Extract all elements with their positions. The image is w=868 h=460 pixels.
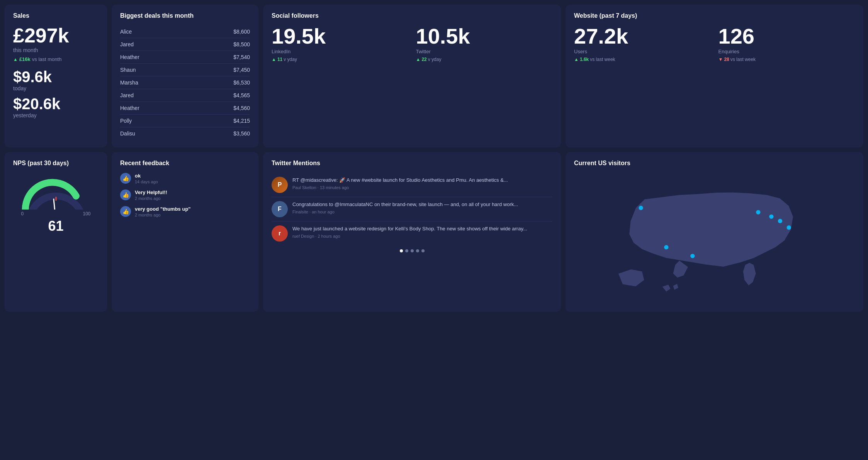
feedback-content: very good "thumbs up" 2 months ago [135,206,191,217]
website-card: Website (past 7 days) 27.2k Users ▲ 1.6k… [566,5,863,147]
users-change-val: 1.6k [580,57,589,62]
tweet-body: We have just launched a website redesign… [292,225,552,242]
feedback-item: 👍 very good "thumbs up" 2 months ago [120,206,250,217]
feedback-thumbs-icon: 👍 [120,206,131,217]
deals-row: Shaun$7,450 [120,64,250,76]
website-enquiries-change: ▼ 28 vs last week [719,57,855,62]
visitor-dot [690,254,695,258]
tweet-item: P RT @midascreative: 🚀 A new #website la… [272,173,552,197]
tweet-avatar: r [272,225,288,242]
map-card: Current US visitors [566,152,863,312]
social-title: Social followers [272,12,552,19]
svg-line-0 [54,199,56,210]
sales-monthly-change: ▲ £16k vs last month [13,56,99,62]
website-enquiries-label: Enquiries [719,49,855,54]
linkedin-change-val: 11 [277,57,282,62]
pagination-dot[interactable] [416,249,419,252]
nps-gauge-svg [21,173,91,210]
sales-card: Sales £297k this month ▲ £16k vs last mo… [5,5,107,147]
tweet-avatar: P [272,177,288,193]
tweet-item: r We have just launched a website redesi… [272,222,552,245]
feedback-text: Very Helpful!! [135,189,167,195]
deals-amount: $4,560 [233,105,250,111]
feedback-card: Recent feedback 👍 ok 14 days ago 👍 Very … [112,152,258,312]
sales-yesterday: $20.6k yesterday [13,96,99,118]
sales-change-label: vs last month [32,56,62,62]
pagination-dot[interactable] [400,249,403,252]
tweet-text: Congratulations to @ImmaculataNC on thei… [292,201,552,208]
pagination-dot[interactable] [405,249,408,252]
visitor-dot [639,206,643,210]
nps-labels: 0 100 [21,211,91,216]
dashboard: Sales £297k this month ▲ £16k vs last mo… [5,5,863,312]
feedback-thumbs-icon: 👍 [120,189,131,200]
tweet-meta: ruef Design · 2 hours ago [292,234,552,238]
deals-amount: $8,500 [233,41,250,47]
feedback-text: very good "thumbs up" [135,206,191,212]
sales-change-amount: £16k [19,56,31,62]
deals-row: Alice$8,600 [120,25,250,38]
nps-card: NPS (past 30 days) 0 100 61 [5,152,107,312]
deals-name: Jared [120,92,134,98]
sales-yesterday-value: $20.6k [13,96,99,112]
deals-row: Jared$8,500 [120,38,250,51]
deals-name: Polly [120,118,132,124]
feedback-time: 2 months ago [135,213,191,217]
sales-title: Sales [13,12,99,19]
visitor-dot [778,219,782,223]
twitter-change-label: v yday [428,57,442,62]
deals-card: Biggest deals this month Alice$8,600Jare… [112,5,258,147]
sales-today-label: today [13,85,99,91]
sales-up-arrow: ▲ [13,57,18,62]
website-title: Website (past 7 days) [574,12,855,19]
nps-gauge-container: 0 100 61 [13,173,99,234]
deals-amount: $4,565 [233,92,250,98]
deals-name: Jared [120,41,134,47]
tweet-text: We have just launched a website redesign… [292,225,552,232]
deals-name: Heather [120,105,139,111]
feedback-item: 👍 ok 14 days ago [120,173,250,184]
feedback-content: Very Helpful!! 2 months ago [135,189,167,201]
map-title: Current US visitors [574,160,855,167]
pagination-dot[interactable] [411,249,414,252]
visitor-dot [664,245,668,249]
website-enquiries-section: 126 Enquiries ▼ 28 vs last week [719,25,855,62]
linkedin-label: LinkedIn [272,49,408,54]
tweets-list: P RT @midascreative: 🚀 A new #website la… [272,173,552,245]
feedback-title: Recent feedback [120,160,250,167]
tweet-item: F Congratulations to @ImmaculataNC on th… [272,197,552,222]
users-up-arrow: ▲ [574,57,579,62]
deals-row: Dalisu$3,560 [120,127,250,140]
tweet-meta: Paul Skelton · 13 minutes ago [292,185,552,190]
pagination-dot[interactable] [421,249,425,252]
deals-amount: $7,450 [233,67,250,73]
deals-title: Biggest deals this month [120,12,250,19]
website-users-section: 27.2k Users ▲ 1.6k vs last week [574,25,711,62]
visitor-dot [756,210,760,214]
linkedin-up-arrow: ▲ [272,57,276,62]
deals-name: Alice [120,29,132,35]
map-container [574,173,855,304]
tweet-pagination-dots [272,249,552,252]
twitter-section: 10.5k Twitter ▲ 22 v yday [416,25,553,62]
visitor-dot [769,215,773,219]
feedback-time: 14 days ago [135,179,158,184]
feedback-content: ok 14 days ago [135,173,158,184]
twitter-mentions-title: Twitter Mentions [272,160,552,167]
deals-amount: $3,560 [233,130,250,137]
enquiries-change-label: vs last week [730,57,756,62]
tweet-avatar: F [272,201,288,217]
linkedin-change-label: v yday [284,57,297,62]
tweet-meta: Finalsite · an hour ago [292,210,552,214]
deals-amount: $6,530 [233,79,250,86]
sales-monthly-value: £297k [13,25,99,46]
deals-amount: $8,600 [233,29,250,35]
deals-name: Shaun [120,67,136,73]
deals-row: Heather$4,560 [120,102,250,115]
tweet-text: RT @midascreative: 🚀 A new #website laun… [292,177,552,184]
deals-amount: $4,215 [233,118,250,124]
twitter-label: Twitter [416,49,553,54]
social-card: Social followers 19.5k LinkedIn ▲ 11 v y… [263,5,561,147]
linkedin-section: 19.5k LinkedIn ▲ 11 v yday [272,25,408,62]
users-change-label: vs last week [590,57,615,62]
